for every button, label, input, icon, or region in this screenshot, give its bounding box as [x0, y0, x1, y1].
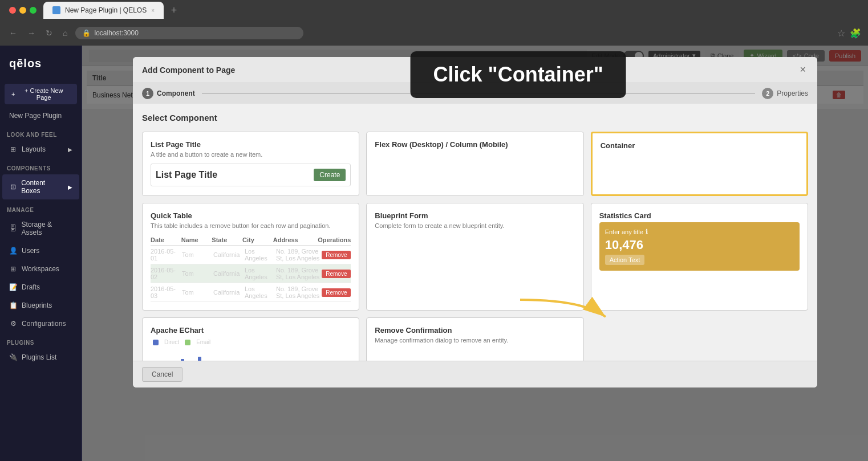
container-preview [601, 152, 798, 186]
content-boxes-expand-icon: ▶ [68, 184, 72, 190]
create-new-page-button[interactable]: + + Create New Page [5, 84, 77, 104]
step-1: 1 Component [142, 88, 195, 99]
select-component-title: Select Component [142, 113, 808, 123]
sidebar-item-layouts[interactable]: ⊞ Layouts ▶ [2, 141, 79, 158]
list-page-preview: List Page Title Create [151, 164, 351, 186]
preview-create-btn[interactable]: Create [314, 169, 346, 181]
logo-text: qēlos [9, 57, 42, 70]
step-2-label: Properties [777, 89, 808, 97]
modal-title: Add Component to Page [142, 66, 235, 75]
bookmark-btn[interactable]: ☆ [837, 28, 845, 39]
quick-table-preview: Date Name State City Address Operations … [151, 235, 351, 302]
cancel-btn[interactable]: Cancel [142, 367, 182, 382]
browser-actions: ☆ 🧩 [837, 28, 861, 39]
card-desc-remove-conf: Manage confirmation dialog to remove an … [375, 337, 575, 344]
step-1-label: Component [157, 89, 195, 97]
legend-email-dot [185, 340, 190, 345]
layouts-icon: ⊞ [9, 145, 17, 153]
configurations-label: Configurations [22, 320, 66, 328]
stats-card-title: Enter any title ℹ [605, 228, 794, 235]
sidebar-item-storage[interactable]: 🗄 Storage & Assets [2, 216, 79, 241]
card-desc-list-page: A title and a button to create a new ite… [151, 151, 351, 158]
step-divider [202, 93, 756, 94]
browser-chrome: New Page Plugin | QELOS × + ← → ↻ ⌂ 🔒 lo… [0, 0, 868, 46]
qt-remove-btn-2[interactable]: Remove [322, 270, 351, 278]
flex-row-preview [375, 151, 575, 185]
extensions-btn[interactable]: 🧩 [850, 28, 861, 39]
card-desc-quick-table: This table includes a remove button for … [151, 222, 351, 229]
stats-action-btn[interactable]: Action Text [605, 255, 645, 265]
url-bar[interactable]: 🔒 localhost:3000 [75, 27, 303, 39]
minimize-window-btn[interactable] [19, 7, 26, 14]
sidebar-item-workspaces[interactable]: ⊞ Workspaces [2, 260, 79, 278]
stats-title-text: Enter any title [605, 229, 643, 235]
maximize-window-btn[interactable] [30, 7, 36, 14]
content-boxes-label: Content Boxes [21, 179, 63, 195]
card-title-statistics: Statistics Card [599, 211, 800, 220]
qt-row-3: 2016-05-03 Tom California Los Angeles No… [151, 283, 351, 302]
component-card-blueprint-form[interactable]: Blueprint Form Complete form to create a… [366, 203, 583, 311]
stats-value: 10,476 [605, 238, 794, 252]
modal-close-btn[interactable]: × [797, 64, 808, 76]
qt-col-address: Address [273, 236, 316, 243]
component-card-flex-row[interactable]: Flex Row (Desktop) / Column (Mobile) [366, 132, 583, 196]
tab-close-btn[interactable]: × [151, 7, 155, 14]
main-content: Edit Mode Administrator ▾ ⧉ Clone ✦ Wiza… [82, 46, 868, 461]
section-label-manage: MANAGE [0, 200, 82, 215]
component-card-echart[interactable]: Apache EChart Direct Email [142, 317, 359, 361]
qt-row-2: 2016-05-02 Tom California Los Angeles No… [151, 264, 351, 283]
component-card-container[interactable]: Container [591, 132, 808, 196]
sidebar-item-blueprints[interactable]: 📋 Blueprints [2, 297, 79, 314]
step-1-number: 1 [142, 88, 153, 99]
step-2: 2 Properties [762, 88, 808, 99]
sidebar-item-content-boxes[interactable]: ⊡ Content Boxes ▶ [2, 174, 79, 199]
component-card-statistics[interactable]: Statistics Card Enter any title ℹ 10,476… [591, 203, 808, 311]
home-btn[interactable]: ⌂ [60, 26, 70, 40]
qt-remove-btn-3[interactable]: Remove [322, 288, 351, 297]
modal-footer: Cancel [133, 361, 817, 387]
card-title-list-page: List Page Title [151, 140, 351, 149]
chart-bars [153, 349, 348, 361]
chart-legend: Direct Email [153, 339, 348, 345]
forward-btn[interactable]: → [25, 26, 38, 40]
storage-icon: 🗄 [9, 225, 17, 232]
plugins-icon: 🔌 [9, 353, 17, 361]
legend-direct-dot [153, 340, 159, 345]
reload-btn[interactable]: ↻ [43, 26, 55, 40]
workspaces-icon: ⊞ [9, 265, 17, 273]
sidebar-item-plugins-list[interactable]: 🔌 Plugins List [2, 349, 79, 366]
qt-col-name: Name [181, 236, 210, 243]
storage-label: Storage & Assets [22, 221, 72, 236]
sidebar-item-users[interactable]: 👤 Users [2, 242, 79, 259]
browser-tabs: New Page Plugin | QELOS × + [0, 0, 868, 21]
configurations-icon: ⚙ [9, 320, 17, 328]
component-card-remove-confirmation[interactable]: Remove Confirmation Manage confirmation … [366, 317, 583, 361]
sidebar-item-configurations[interactable]: ⚙ Configurations [2, 315, 79, 332]
create-page-label: + Create New Page [17, 87, 70, 101]
modal-overlay: Add Component to Page × 1 Component 2 Pr… [82, 46, 868, 461]
qt-remove-btn-1[interactable]: Remove [322, 251, 351, 259]
close-window-btn[interactable] [9, 7, 16, 14]
new-tab-btn[interactable]: + [166, 2, 182, 18]
sidebar-item-plugin[interactable]: New Page Plugin [2, 107, 79, 124]
section-label-components: COMPONENTS [0, 158, 82, 174]
active-tab[interactable]: New Page Plugin | QELOS × [43, 2, 164, 19]
sidebar: qēlos + + Create New Page New Page Plugi… [0, 46, 82, 461]
qt-col-city: City [242, 236, 271, 243]
component-card-list-page-title[interactable]: List Page Title A title and a button to … [142, 132, 359, 196]
tab-favicon [52, 6, 60, 14]
card-title-container: Container [601, 141, 798, 150]
lock-icon: 🔒 [82, 29, 91, 37]
card-title-blueprint-form: Blueprint Form [375, 211, 575, 220]
back-btn[interactable]: ← [7, 26, 19, 40]
sidebar-item-drafts[interactable]: 📝 Drafts [2, 279, 79, 296]
info-icon: ℹ [646, 228, 648, 235]
url-text: localhost:3000 [94, 29, 138, 37]
content-boxes-icon: ⊡ [9, 183, 17, 191]
card-desc-blueprint-form: Complete form to create a new blueprint … [375, 222, 575, 229]
blueprint-form-preview [375, 235, 575, 263]
modal-body: Select Component List Page Title A title… [133, 104, 817, 361]
stats-card-preview: Enter any title ℹ 10,476 Action Text [599, 222, 800, 271]
component-card-quick-table[interactable]: Quick Table This table includes a remove… [142, 203, 359, 311]
workspaces-label: Workspaces [22, 265, 59, 273]
